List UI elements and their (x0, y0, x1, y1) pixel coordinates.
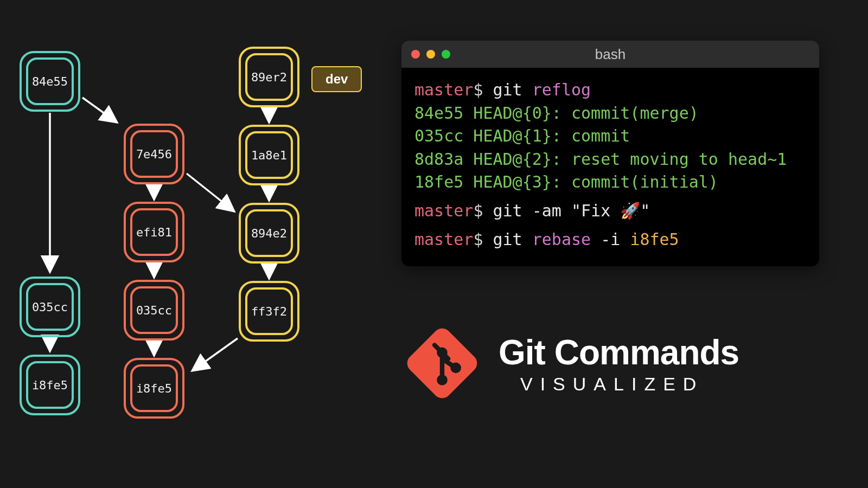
terminal-title: bash (401, 46, 819, 63)
prompt: master (414, 80, 473, 99)
commit-node: ff3f2 (239, 281, 299, 342)
terminal-output: 035cc HEAD@{1}: commit (414, 125, 806, 148)
commit-hash: 035cc (130, 286, 178, 334)
cmd: git (483, 80, 532, 99)
commit-hash: 89er2 (245, 53, 293, 101)
svg-line-6 (187, 174, 234, 211)
svg-point-15 (437, 348, 448, 358)
svg-line-2 (82, 98, 117, 123)
commit-hash: 1a8e1 (245, 131, 293, 179)
terminal-output: 8d83a HEAD@{2}: reset moving to head~1 (414, 148, 806, 171)
commit-node: 035cc (20, 277, 80, 337)
commit-node: efi81 (124, 202, 184, 262)
svg-line-10 (192, 338, 238, 371)
commit-node: 84e55 (20, 51, 80, 112)
hash-arg: i8fe5 (630, 230, 679, 249)
string-arg: "Fix 🚀" (571, 201, 650, 220)
branch-label-dev: dev (311, 66, 362, 92)
commit-node: i8fe5 (124, 358, 184, 419)
commit-hash: 7e456 (130, 130, 178, 178)
subcmd: reflog (532, 80, 591, 99)
prompt-dollar: $ (473, 230, 483, 249)
subcmd: rebase (532, 230, 601, 249)
cmd: git (483, 201, 532, 220)
commit-node: 894e2 (239, 203, 299, 264)
title-sub: VISUALIZED (520, 374, 739, 395)
terminal-output: 18fe5 HEAD@{3}: commit(initial) (414, 171, 806, 194)
commit-hash: ff3f2 (245, 287, 293, 335)
prompt: master (414, 230, 473, 249)
title-main: Git Commands (499, 332, 739, 373)
terminal-body[interactable]: master$ git reflog 84e55 HEAD@{0}: commi… (401, 68, 819, 266)
prompt-dollar: $ (473, 80, 483, 99)
svg-point-16 (437, 375, 448, 386)
commit-hash: efi81 (130, 208, 178, 256)
terminal-window: bash master$ git reflog 84e55 HEAD@{0}: … (401, 41, 819, 266)
title-block: Git Commands VISUALIZED (404, 325, 739, 401)
git-logo-icon (404, 325, 480, 401)
terminal-titlebar: bash (401, 41, 819, 68)
commit-node: 035cc (124, 280, 184, 341)
commit-node: 7e456 (124, 124, 184, 184)
commit-hash: 84e55 (26, 57, 74, 105)
commit-node: 1a8e1 (239, 125, 299, 185)
flag: -am (532, 201, 571, 220)
commit-node: i8fe5 (20, 355, 80, 415)
cmd: git (483, 230, 532, 249)
commit-hash: 894e2 (245, 209, 293, 257)
terminal-output: 84e55 HEAD@{0}: commit(merge) (414, 102, 806, 125)
prompt-dollar: $ (473, 201, 483, 220)
commit-hash: i8fe5 (130, 364, 178, 412)
flag: -i (601, 230, 630, 249)
prompt: master (414, 201, 473, 220)
commit-node: 89er2 (239, 47, 299, 107)
svg-point-17 (450, 363, 461, 374)
commit-hash: i8fe5 (26, 361, 74, 409)
commit-hash: 035cc (26, 283, 74, 331)
